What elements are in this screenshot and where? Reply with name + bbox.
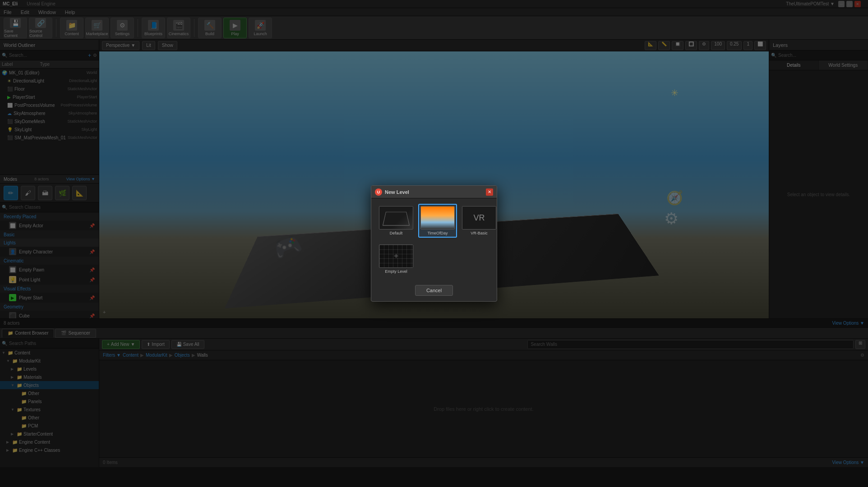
template-vrbasic-thumb: VR (462, 206, 496, 230)
template-default-thumb (379, 206, 413, 230)
modal-close-button[interactable]: ✕ (486, 188, 493, 196)
modal-overlay[interactable]: U New Level ✕ Default TimeO (0, 0, 868, 487)
modal-title: New Level (385, 189, 409, 195)
thumb-empty-bg (379, 245, 413, 267)
template-default[interactable]: Default (377, 204, 416, 238)
thumb-timeofday-bg (421, 207, 454, 229)
template-vrbasic-label: VR-Basic (471, 231, 488, 235)
modal-header: U New Level ✕ (371, 186, 497, 198)
thumb-vrbasic-bg: VR (462, 207, 496, 229)
template-timeofday-thumb (420, 206, 455, 230)
thumb-default-bg (379, 207, 413, 229)
template-vrbasic[interactable]: VR VR-Basic (460, 204, 499, 238)
template-default-label: Default (390, 231, 403, 235)
new-level-modal: U New Level ✕ Default TimeO (371, 185, 497, 302)
template-timeofday-label: TimeOfDay (427, 231, 448, 235)
cancel-button[interactable]: Cancel (415, 285, 453, 296)
template-row2: Empty Level (377, 242, 491, 276)
template-empty-thumb (379, 244, 413, 268)
template-empty-level[interactable]: Empty Level (377, 242, 416, 276)
template-empty-label: Empty Level (385, 269, 407, 274)
modal-body: Default TimeOfDay VR VR-Basic (371, 198, 497, 281)
template-timeofday[interactable]: TimeOfDay (418, 204, 457, 238)
modal-footer: Cancel (371, 281, 497, 301)
template-grid: Default TimeOfDay VR VR-Basic (377, 204, 491, 238)
unreal-logo: U (375, 188, 382, 196)
